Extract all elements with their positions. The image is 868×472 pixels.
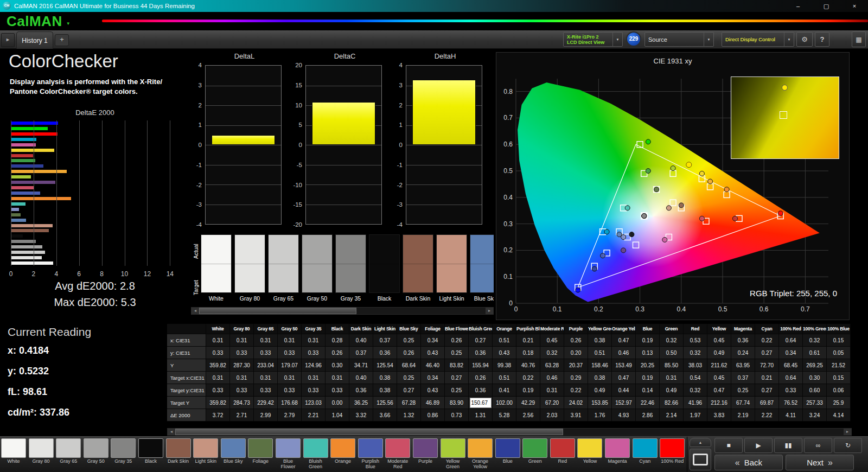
patch-button-gray-35[interactable]: Gray 35 [111,438,136,472]
patch-button-dark-skin[interactable]: Dark Skin [166,438,191,472]
patch-button-moderate-red[interactable]: Moderate Red [385,438,410,472]
patch-button-purple[interactable]: Purple [413,438,438,472]
transport-refresh-button[interactable]: ↻ [834,438,862,453]
table-cell: 0.26 [397,347,421,359]
patch-color-swatch [550,438,575,458]
table-scrollbar[interactable]: ◂ ▸ [167,428,852,436]
column-header-light-skin: Light Skin [373,324,397,334]
table-cell: 0.31 [302,372,326,384]
patch-button-yellow[interactable]: Yellow [577,438,602,472]
scroll-right-icon[interactable]: ▸ [486,308,493,314]
patch-button-cyan[interactable]: Cyan [633,438,658,472]
patch-button-orange-yellow[interactable]: Orange Yellow [468,438,493,472]
deltae-bar-100pct-red [11,132,58,136]
collapse-panel-button[interactable]: ▲ [690,438,711,447]
help-button[interactable]: ? [815,32,829,47]
add-tab-button[interactable]: + [55,34,69,46]
table-cell: 233.04 [254,359,278,372]
calman-logo-menu[interactable]: CalMAN ▼ [0,12,106,30]
workflow-nav-button[interactable]: ► [1,33,15,47]
axis-tick-label: 10 [121,270,128,278]
swatch-strip-scrollbar[interactable]: ◂ ▸ [191,307,494,315]
source-dropdown[interactable]: Source ▼ [644,32,714,47]
patch-button-gray-50[interactable]: Gray 50 [84,438,108,472]
table-cell: 2.71 [230,409,254,422]
patch-button-100pct-red[interactable]: 100% Red [660,438,685,472]
patch-button-blue[interactable]: Blue [495,438,520,472]
back-button[interactable]: « Back [714,455,783,470]
next-button[interactable]: Next » [786,455,854,470]
table-cell: 67.28 [397,397,421,409]
patch-button-black[interactable]: Black [138,438,163,472]
strip-swatch-gray-50: Gray 50 [302,234,333,306]
table-cell: 4.11 [779,409,803,422]
patch-button-gray-65[interactable]: Gray 65 [56,438,81,472]
table-cell: 153.85 [588,397,612,409]
patch-button-red[interactable]: Red [550,438,575,472]
patch-label: Orange [330,459,355,464]
target-y-input[interactable] [470,398,492,408]
patch-button-yellow-green[interactable]: Yellow Green [441,438,465,472]
patch-button-light-skin[interactable]: Light Skin [193,438,218,472]
deltae-bar-gray-65 [11,251,45,254]
table-cell: 0.18 [516,347,540,359]
axis-tick-label: 8 [100,270,104,278]
deltae-bar-yellow [11,149,54,152]
table-cell: 0.22 [755,334,779,347]
table-cell: 0.25 [445,384,469,397]
patch-button-blue-sky[interactable]: Blue Sky [221,438,246,472]
axis-tick-label: 4 [54,270,58,278]
patch-button-gray-80[interactable]: Gray 80 [29,438,54,472]
axis-tick-label: 0.7 [797,305,813,313]
table-cell: 3.91 [564,409,588,422]
close-button[interactable]: × [847,3,861,9]
meter-dropdown-label: X-Rite i1Pro 2 LCD Direct View [564,34,612,45]
axis-tick-label: 0 [188,142,202,148]
scrollbar-thumb[interactable] [199,308,356,314]
scroll-left-icon[interactable]: ◂ [168,429,175,435]
column-header-gray-50: Gray 50 [278,324,302,334]
scrollbar-track[interactable] [199,308,486,314]
transport-stop-button[interactable]: ■ [714,438,743,453]
patch-button-green[interactable]: Green [522,438,547,472]
patch-button-magenta[interactable]: Magenta [605,438,630,472]
tab-history-1[interactable]: History 1 [16,31,53,49]
patch-button-purplish-blue[interactable]: Purplish Blue [358,438,383,472]
transport-panel: ▲ ■▶▮▮∞↻ « Back Next » [687,437,868,472]
deltae-bar-blue [11,164,43,168]
grid-line [306,145,381,145]
scroll-left-icon[interactable]: ◂ [192,308,199,314]
scrollbar-thumb[interactable] [175,429,563,435]
patch-button-white[interactable]: White [1,438,26,472]
display-control-dropdown[interactable]: Direct Display Control ▼ [722,32,794,47]
table-cell: 0.43 [493,347,516,359]
patch-button-bluish-green[interactable]: Bluish Green [303,438,328,472]
table-cell: 20.37 [564,359,588,372]
maximize-button[interactable]: ▢ [819,3,833,10]
transport-continuous-button[interactable]: ∞ [804,438,832,453]
axis-tick-label: 0.7 [499,114,513,122]
meter-line2: LCD Direct View [567,40,612,45]
patch-button-foliage[interactable]: Foliage [248,438,273,472]
table-cell: 2.14 [660,409,684,422]
scroll-right-icon[interactable]: ▸ [844,429,851,435]
patch-button-orange[interactable]: Orange [330,438,355,472]
settings-button[interactable]: ⚙ [796,32,813,47]
layout-panel-button[interactable]: ▦ [852,31,866,47]
minimize-button[interactable]: – [791,3,805,9]
swatch-color [234,234,265,293]
measured-marker-yellow-green [671,166,675,171]
patch-color-swatch [248,438,273,458]
scrollbar-track[interactable] [175,429,844,435]
table-cell: 1.76 [588,409,612,422]
patch-button-blue-flower[interactable]: Blue Flower [276,438,301,472]
pattern-window-button[interactable] [690,449,711,470]
swatch-label: Gray 50 [302,293,333,305]
patch-color-swatch [495,438,520,458]
transport-play-button[interactable]: ▶ [744,438,773,453]
transport-pause-button[interactable]: ▮▮ [774,438,802,453]
reading-count-badge[interactable]: 229 [626,31,641,47]
meter-dropdown[interactable]: X-Rite i1Pro 2 LCD Direct View ▼ [563,32,623,47]
axis-tick-label: 0.4 [499,194,513,201]
measured-marker-orange-yellow [708,179,713,184]
